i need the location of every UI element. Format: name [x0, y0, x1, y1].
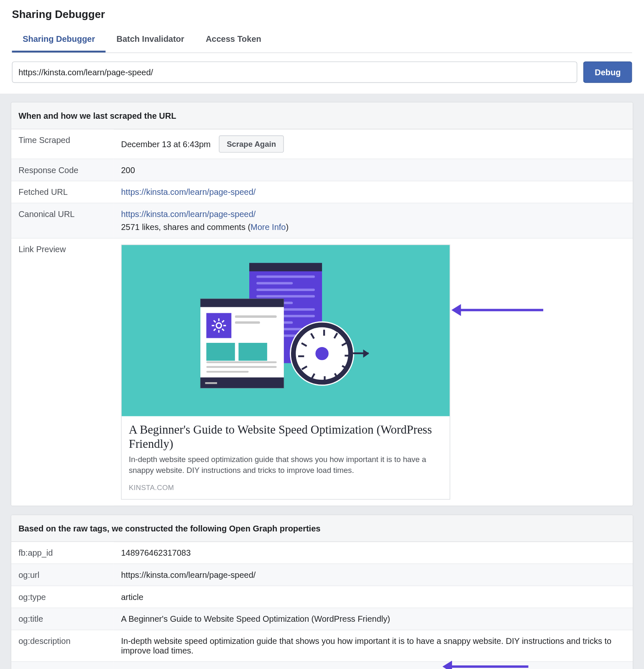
time-scraped-value: December 13 at 6:43pm — [121, 139, 210, 149]
results-area: When and how we last scraped the URL Tim… — [0, 94, 644, 669]
og-panel-heading: Based on the raw tags, we constructed th… — [11, 515, 633, 542]
canonical-stats-text: 2571 likes, shares and comments ( — [121, 222, 250, 232]
response-code-value: 200 — [114, 159, 633, 181]
og-key: fb:app_id — [11, 542, 114, 564]
og-value: A Beginner's Guide to Website Speed Opti… — [114, 608, 633, 630]
svg-line-8 — [214, 329, 216, 331]
og-key: og:description — [11, 630, 114, 662]
link-preview-image — [122, 245, 450, 416]
og-panel: Based on the raw tags, we constructed th… — [11, 515, 634, 669]
canonical-url-label: Canonical URL — [11, 203, 114, 238]
tab-access-token[interactable]: Access Token — [195, 27, 272, 52]
og-value: In-depth website speed optimization guid… — [114, 630, 633, 662]
preview-description: In-depth website speed optimization guid… — [129, 455, 442, 475]
svg-line-6 — [222, 329, 224, 331]
canonical-url-link[interactable]: https://kinsta.com/learn/page-speed/ — [121, 209, 256, 219]
scrape-panel-heading: When and how we last scraped the URL — [11, 102, 633, 129]
svg-point-0 — [216, 323, 221, 328]
scrape-again-button[interactable]: Scrape Again — [219, 135, 284, 153]
tab-sharing-debugger[interactable]: Sharing Debugger — [12, 27, 106, 52]
fetched-url-link[interactable]: https://kinsta.com/learn/page-speed/ — [121, 187, 256, 197]
canonical-stats-suffix: ) — [286, 222, 289, 232]
og-key: og:title — [11, 608, 114, 630]
svg-line-5 — [214, 320, 216, 322]
search-row: Debug — [12, 53, 632, 94]
page-title: Sharing Debugger — [12, 0, 632, 27]
og-key: og:image — [11, 661, 114, 669]
annotation-arrow-icon — [445, 666, 529, 668]
preview-title: A Beginner's Guide to Website Speed Opti… — [129, 422, 442, 451]
og-value: article — [114, 586, 633, 608]
response-code-label: Response Code — [11, 159, 114, 181]
link-preview-label: Link Preview — [11, 238, 114, 506]
more-info-link[interactable]: More Info — [250, 222, 286, 232]
og-value: https://kinsta.com/learn/page-speed/ — [114, 564, 633, 586]
og-value: 148976462317083 — [114, 542, 633, 564]
time-scraped-label: Time Scraped — [11, 129, 114, 159]
tab-batch-invalidator[interactable]: Batch Invalidator — [106, 27, 195, 52]
illustration-doc-front — [200, 299, 284, 388]
og-key: og:type — [11, 586, 114, 608]
debug-button[interactable]: Debug — [583, 61, 632, 83]
fetched-url-label: Fetched URL — [11, 181, 114, 203]
preview-domain: KINSTA.COM — [129, 484, 442, 492]
url-input[interactable] — [12, 61, 578, 83]
scrape-panel: When and how we last scraped the URL Tim… — [11, 102, 634, 506]
svg-line-7 — [222, 320, 224, 322]
annotation-arrow-icon — [454, 309, 543, 312]
tabs: Sharing Debugger Batch Invalidator Acces… — [12, 27, 632, 53]
og-key: og:url — [11, 564, 114, 586]
gear-icon — [206, 313, 231, 338]
gauge-icon — [291, 322, 353, 384]
link-preview-card[interactable]: A Beginner's Guide to Website Speed Opti… — [121, 245, 450, 500]
